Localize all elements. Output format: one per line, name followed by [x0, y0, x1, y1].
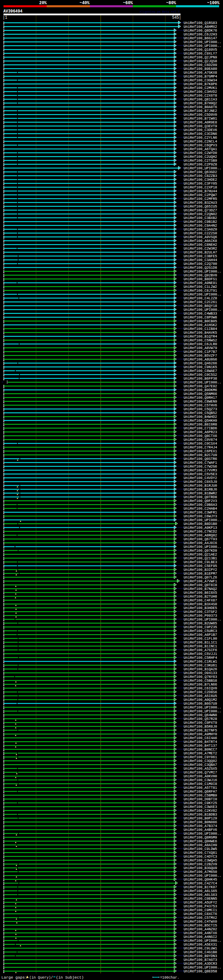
svg-text:~60%: ~60% [123, 0, 133, 6]
svg-text:~100%: ~100% [207, 0, 220, 6]
svg-text:545|: 545| [172, 15, 181, 20]
svg-text:(in Query)/: (in Query)/ [29, 975, 53, 980]
svg-text:~80%: ~80% [166, 0, 176, 6]
svg-text:~40%: ~40% [79, 0, 90, 6]
svg-text:UniRef100_Q8ED58: UniRef100_Q8ED58 [184, 969, 217, 974]
svg-text:Large gaps:: Large gaps: [2, 975, 27, 980]
svg-text:20%: 20% [39, 0, 47, 6]
svg-text:|1: |1 [3, 15, 7, 20]
svg-text:(in Subject): (in Subject) [56, 975, 84, 980]
svg-text:AlignView.pm Beta rel.7: AlignView.pm Beta rel.7 [140, 10, 180, 14]
svg-text:=100char.: =100char. [160, 975, 180, 980]
svg-text:AV396494: AV396494 [3, 9, 22, 14]
